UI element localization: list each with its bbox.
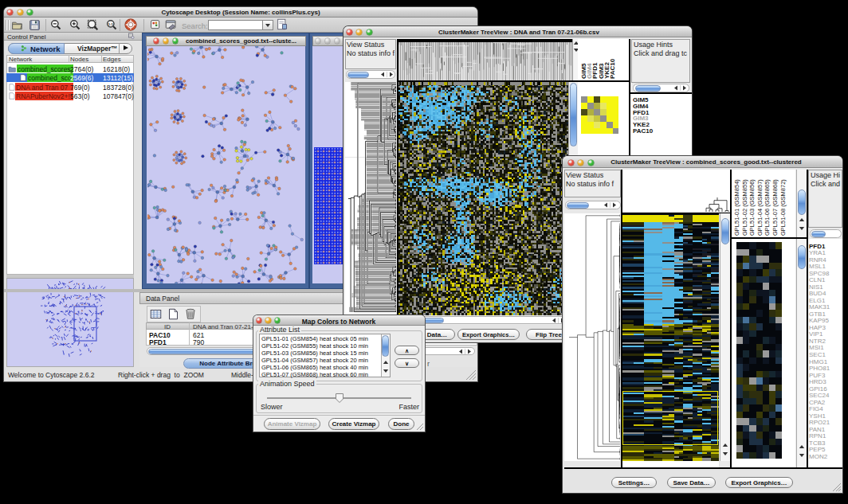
svg-text:1:1: 1:1 — [108, 22, 114, 26]
